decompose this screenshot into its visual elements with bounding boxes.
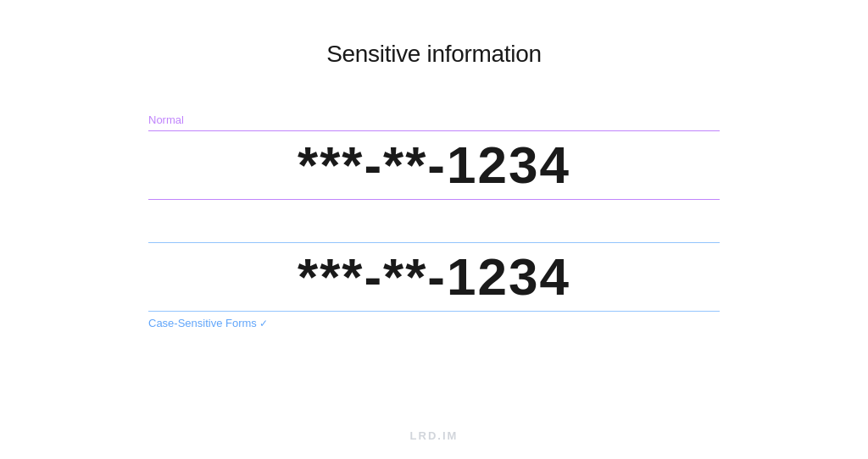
footer-brand: LRD.IM — [0, 429, 868, 442]
normal-label: Normal — [148, 113, 184, 126]
case-sensitive-field-block: ***-**-1234 Case-Sensitive Forms ✓ — [148, 242, 720, 329]
case-sensitive-label-row: Case-Sensitive Forms ✓ — [148, 317, 720, 329]
case-top-line — [148, 242, 720, 243]
normal-bottom-line — [148, 199, 720, 200]
case-sensitive-checkmark: ✓ — [259, 318, 268, 329]
normal-top-line — [148, 130, 720, 131]
case-sensitive-label: Case-Sensitive Forms — [148, 317, 257, 329]
normal-field-value: ***-**-1234 — [148, 136, 720, 194]
case-sensitive-field-value: ***-**-1234 — [148, 248, 720, 306]
case-bottom-line — [148, 311, 720, 312]
page-title: Sensitive information — [0, 0, 868, 68]
normal-field-block: Normal ***-**-1234 — [148, 110, 720, 200]
content-area: Normal ***-**-1234 ***-**-1234 Case-Sens… — [0, 110, 868, 329]
